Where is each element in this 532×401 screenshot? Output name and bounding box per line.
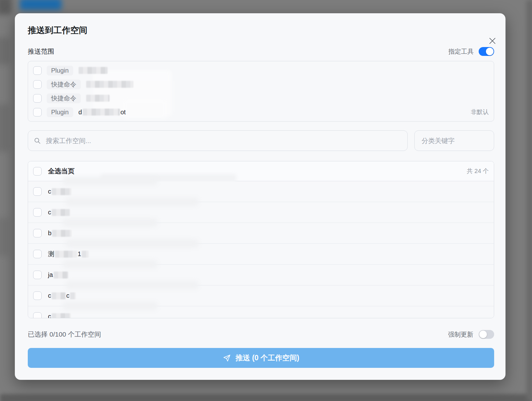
workspace-name: cc xyxy=(48,292,76,299)
redaction-blur xyxy=(52,188,71,195)
tool-name xyxy=(86,81,133,88)
specify-tools-toggle[interactable] xyxy=(479,47,494,56)
tool-selection-box: Plugin快捷命令快捷命令Plugindot非默认 xyxy=(28,61,494,122)
select-all-label: 全选当页 xyxy=(48,167,74,176)
workspace-name: b xyxy=(48,230,72,237)
push-scope-label: 推送范围 xyxy=(28,47,54,56)
search-icon xyxy=(34,137,41,145)
tool-row[interactable]: 快捷命令 xyxy=(33,78,489,91)
workspace-row[interactable]: 测1 xyxy=(28,244,494,265)
workspace-row[interactable]: ja xyxy=(28,265,494,285)
redaction-blur xyxy=(52,209,70,216)
dialog-title: 推送到工作空间 xyxy=(28,25,494,36)
redacted-name-fragment: c xyxy=(48,292,51,299)
workspace-checkbox[interactable] xyxy=(33,187,42,196)
workspace-row[interactable]: c xyxy=(28,202,494,223)
tool-type-badge: 快捷命令 xyxy=(47,80,81,89)
selected-count-summary: 已选择 0/100 个工作空间 xyxy=(28,330,101,339)
redacted-name-fragment: c xyxy=(48,313,51,318)
redaction-blur xyxy=(79,67,108,74)
tool-row[interactable]: 快捷命令 xyxy=(33,92,489,105)
redaction-blur xyxy=(86,81,133,88)
send-icon xyxy=(223,354,231,362)
workspace-search-field[interactable] xyxy=(28,130,408,151)
push-button[interactable]: 推送 (0 个工作空间) xyxy=(28,348,494,368)
redaction-blur xyxy=(52,230,72,237)
workspace-row[interactable]: c xyxy=(28,306,494,318)
category-keyword-field[interactable] xyxy=(414,130,494,151)
redacted-name-fragment: c xyxy=(48,209,51,216)
background-blurred-element xyxy=(0,394,532,401)
workspace-checkbox[interactable] xyxy=(33,271,42,279)
specify-tools-label: 指定工具 xyxy=(448,47,474,56)
redacted-name-fragment: c xyxy=(48,188,51,195)
background-blurred-element xyxy=(0,218,9,256)
background-blurred-element xyxy=(0,0,12,15)
workspace-row[interactable]: c xyxy=(28,181,494,202)
workspace-row[interactable]: b xyxy=(28,223,494,244)
workspace-checkbox[interactable] xyxy=(33,312,42,318)
background-blurred-element xyxy=(526,0,532,401)
tool-name xyxy=(79,67,108,74)
tool-note: 非默认 xyxy=(471,108,489,116)
tool-type-badge: 快捷命令 xyxy=(47,93,81,103)
workspace-name: ja xyxy=(48,271,68,278)
toggle-knob xyxy=(486,48,494,55)
workspace-row[interactable]: cc xyxy=(28,285,494,306)
workspace-list-header: 全选当页 共 24 个 xyxy=(28,161,494,181)
tool-row[interactable]: Plugindot非默认 xyxy=(33,105,489,119)
workspace-name: c xyxy=(48,313,71,318)
workspace-checkbox[interactable] xyxy=(33,291,42,300)
workspace-list: 全选当页 共 24 个 ccb测1jaccc xyxy=(28,161,494,318)
redaction-blur xyxy=(83,109,120,116)
toggle-knob xyxy=(479,331,487,338)
workspace-checkbox[interactable] xyxy=(33,229,42,237)
tool-name xyxy=(86,95,109,102)
redaction-blur xyxy=(54,272,68,278)
close-button[interactable] xyxy=(487,36,498,45)
redacted-name-fragment: ja xyxy=(48,271,53,278)
close-icon xyxy=(489,37,496,45)
tool-type-badge: Plugin xyxy=(47,66,73,75)
tool-type-badge: Plugin xyxy=(47,107,73,117)
force-update-toggle[interactable] xyxy=(479,330,494,339)
force-update-label: 强制更新 xyxy=(448,330,473,339)
total-count-label: 共 24 个 xyxy=(467,167,489,175)
redaction-blur xyxy=(52,292,66,299)
redacted-name-fragment: ot xyxy=(121,109,126,116)
push-button-label: 推送 (0 个工作空间) xyxy=(236,353,299,363)
workspace-name: c xyxy=(48,209,70,216)
redaction-blur xyxy=(70,292,76,299)
tool-row[interactable]: Plugin xyxy=(33,64,489,77)
redaction-blur xyxy=(82,251,89,258)
select-all-checkbox[interactable] xyxy=(33,167,42,176)
redaction-blur xyxy=(86,95,109,102)
redacted-name-fragment: 1 xyxy=(78,250,81,258)
tool-checkbox[interactable] xyxy=(33,66,42,75)
redacted-name-fragment: d xyxy=(79,109,82,116)
background-blurred-button xyxy=(20,0,62,10)
redaction-blur xyxy=(52,313,71,319)
page-background: { "colors": { "accent_blue": "#1777ff", … xyxy=(0,0,532,401)
workspace-checkbox[interactable] xyxy=(33,250,42,258)
background-blurred-element xyxy=(0,37,10,64)
redacted-name-fragment: b xyxy=(48,230,51,237)
workspace-checkbox[interactable] xyxy=(33,208,42,217)
redacted-name-fragment: c xyxy=(66,292,69,299)
tool-checkbox[interactable] xyxy=(33,80,42,89)
redaction-blur xyxy=(55,251,77,258)
push-to-workspace-dialog: 推送到工作空间 推送范围 指定工具 Plugin快捷命令快捷命令Plugindo… xyxy=(15,13,505,380)
workspace-name: c xyxy=(48,188,71,195)
workspace-search-input[interactable] xyxy=(45,137,402,145)
category-keyword-input[interactable] xyxy=(421,137,488,145)
workspace-name: 测1 xyxy=(48,250,89,258)
redacted-name-fragment: 测 xyxy=(48,250,54,258)
tool-checkbox[interactable] xyxy=(33,94,42,103)
tool-checkbox[interactable] xyxy=(33,108,42,117)
background-blurred-element xyxy=(0,104,9,152)
tool-name: dot xyxy=(79,109,126,116)
